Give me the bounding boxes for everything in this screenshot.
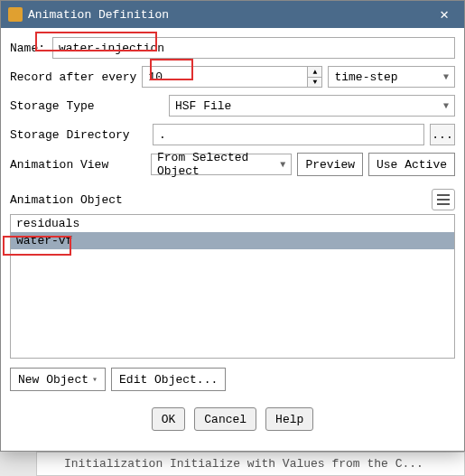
- chevron-down-icon: ▼: [443, 72, 449, 82]
- list-item[interactable]: water-vf: [11, 232, 454, 249]
- spinner-up-icon[interactable]: ▲: [307, 67, 321, 78]
- record-unit-select[interactable]: time-step ▼: [328, 66, 455, 88]
- chevron-down-icon: ▼: [280, 160, 285, 170]
- preview-button[interactable]: Preview: [297, 153, 363, 176]
- list-menu-icon[interactable]: [432, 189, 455, 210]
- titlebar: Animation Definition ✕: [1, 1, 464, 28]
- animation-object-label: Animation Object: [10, 193, 123, 207]
- browse-dir-button[interactable]: ...: [430, 124, 455, 145]
- background-row: Initialization Initialize with Values fr…: [36, 452, 465, 476]
- storage-dir-label: Storage Directory: [10, 128, 136, 142]
- window-title: Animation Definition: [28, 8, 432, 22]
- background-fragment: Initialization Initialize with Values fr…: [0, 452, 465, 476]
- storage-type-value: HSF File: [175, 99, 231, 113]
- help-button[interactable]: Help: [265, 407, 313, 431]
- storage-type-label: Storage Type: [10, 99, 145, 113]
- list-item[interactable]: residuals: [11, 215, 454, 232]
- storage-dir-input[interactable]: [153, 124, 424, 145]
- chevron-down-icon: ▾: [92, 374, 98, 385]
- dialog-body: Name: Record after every ▲ ▼ time-step ▼…: [1, 28, 464, 442]
- new-object-label: New Object: [18, 373, 88, 387]
- new-object-button[interactable]: New Object ▾: [10, 368, 106, 391]
- background-gutter: [0, 452, 36, 476]
- record-label: Record after every: [10, 70, 136, 84]
- animation-view-value: From Selected Object: [157, 151, 280, 178]
- record-unit-value: time-step: [334, 70, 397, 84]
- close-icon[interactable]: ✕: [432, 5, 457, 24]
- app-icon: [8, 7, 23, 22]
- chevron-down-icon: ▼: [443, 101, 449, 111]
- record-every-input[interactable]: [142, 66, 322, 88]
- use-active-button[interactable]: Use Active: [368, 153, 455, 176]
- animation-view-select[interactable]: From Selected Object ▼: [151, 154, 292, 175]
- cancel-button[interactable]: Cancel: [194, 407, 256, 431]
- dialog-footer: OK Cancel Help: [10, 398, 455, 436]
- spinner-down-icon[interactable]: ▼: [307, 78, 321, 88]
- background-row-text: Initialization Initialize with Values fr…: [64, 457, 423, 471]
- edit-object-button[interactable]: Edit Object...: [111, 368, 226, 391]
- name-input[interactable]: [52, 37, 455, 59]
- animation-definition-dialog: Animation Definition ✕ Name: Record afte…: [0, 0, 465, 452]
- name-label: Name:: [10, 42, 45, 55]
- ok-button[interactable]: OK: [152, 407, 186, 431]
- animation-view-label: Animation View: [10, 158, 118, 172]
- animation-object-listbox[interactable]: residuals water-vf: [10, 214, 455, 359]
- record-spinner-buttons[interactable]: ▲ ▼: [307, 67, 321, 87]
- storage-type-select[interactable]: HSF File ▼: [169, 95, 455, 117]
